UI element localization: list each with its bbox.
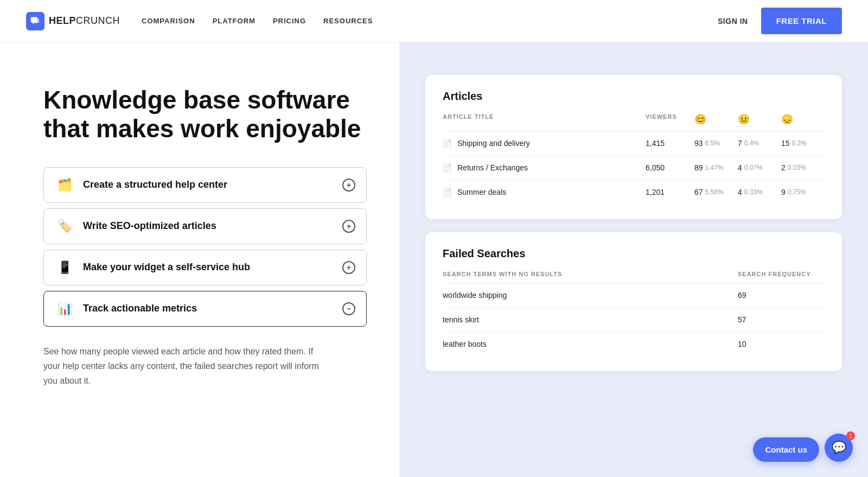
right-panel: Articles ARTICLE TITLE VIEWERS 😊 😐 😞 📄 S… [399,42,868,477]
col-viewers: VIEWERS [646,113,694,125]
col-happy: 😊 [694,113,738,125]
table-row: 📄 Shipping and delivery 1,415 93 6.5% 7 … [443,131,825,156]
article-name: Summer deals [457,188,506,196]
feature-metrics[interactable]: 📊 Track actionable metrics − [43,291,367,327]
happy-rating: 89 1.47% [694,163,738,172]
doc-icon: 📄 [443,188,452,196]
article-cell: 📄 Shipping and delivery [443,139,646,148]
header: HELPCRUNCH COMPARISON PLATFORM PRICING R… [0,0,868,42]
feature-help-center[interactable]: 🗂️ Create a structured help center + [43,167,367,203]
failed-row: worldwide shipping 69 [443,283,825,308]
neutral-rating: 4 0.07% [738,163,781,172]
free-trial-button[interactable]: FREE TRIAL [761,8,842,34]
failed-row: tennis skirt 57 [443,308,825,332]
article-cell: 📄 Summer deals [443,188,646,196]
doc-icon: 📄 [443,163,452,172]
sad-rating: 9 0.75% [781,188,825,196]
feature-widget-toggle[interactable]: + [342,261,355,274]
viewers-count: 1,415 [646,139,694,148]
nav-pricing[interactable]: PRICING [273,17,306,25]
search-frequency: 10 [738,340,825,348]
table-row: 📄 Returns / Exchanges 6,050 89 1.47% 4 0… [443,156,825,180]
search-term: leather boots [443,340,738,348]
nav-comparison[interactable]: COMPARISON [142,17,195,25]
contact-us-button[interactable]: Contact us [753,437,819,462]
seo-articles-icon: 🏷️ [55,217,74,236]
hero-title: Knowledge base software that makes work … [43,86,367,143]
logo-icon [26,12,44,30]
viewers-count: 6,050 [646,163,694,172]
logo[interactable]: HELPCRUNCH [26,12,120,30]
main-content: Knowledge base software that makes work … [0,42,868,477]
help-center-icon: 🗂️ [55,175,74,195]
failed-searches-card: Failed Searches SEARCH TERMS WITH NO RES… [425,232,842,371]
sad-rating: 2 0.03% [781,163,825,172]
table-row: 📄 Summer deals 1,201 67 5.58% 4 0.33% 9 … [443,180,825,204]
col-neutral: 😐 [738,113,781,125]
header-left: HELPCRUNCH COMPARISON PLATFORM PRICING R… [26,12,373,30]
search-frequency: 69 [738,291,825,300]
nav-resources[interactable]: RESOURCES [323,17,373,25]
articles-title: Articles [443,90,825,103]
feature-seo-articles[interactable]: 🏷️ Write SEO-optimized articles + [43,208,367,244]
col-frequency: SEARCH FREQUENCY [738,271,825,277]
feature-left: 📱 Make your widget a self-service hub [55,258,250,277]
search-term: worldwide shipping [443,291,738,300]
failed-searches-header: SEARCH TERMS WITH NO RESULTS SEARCH FREQ… [443,271,825,283]
chat-badge: 1 [846,431,855,440]
search-frequency: 57 [738,315,825,324]
viewers-count: 1,201 [646,188,694,196]
feature-metrics-label: Track actionable metrics [83,303,197,314]
feature-seo-label: Write SEO-optimized articles [83,220,216,232]
metrics-icon: 📊 [55,299,74,319]
article-name: Shipping and delivery [457,139,530,148]
nav-platform[interactable]: PLATFORM [213,17,256,25]
sign-in-link[interactable]: SIGN IN [718,17,748,26]
left-panel: Knowledge base software that makes work … [0,42,399,477]
article-name: Returns / Exchanges [457,163,528,172]
feature-left: 🏷️ Write SEO-optimized articles [55,217,216,236]
feature-list: 🗂️ Create a structured help center + 🏷️ … [43,167,367,327]
svg-rect-0 [31,17,37,22]
search-term: tennis skirt [443,315,738,324]
chat-bubble-icon: 💬 [832,441,846,455]
col-sad: 😞 [781,113,825,125]
sad-rating: 15 0.2% [781,139,825,148]
feature-left: 📊 Track actionable metrics [55,299,197,319]
feature-widget[interactable]: 📱 Make your widget a self-service hub + [43,250,367,285]
col-article-title: ARTICLE TITLE [443,113,646,125]
feature-seo-toggle[interactable]: + [342,220,355,233]
feature-widget-label: Make your widget a self-service hub [83,262,250,273]
feature-description: See how many people viewed each article … [43,344,326,389]
logo-text: HELPCRUNCH [49,15,120,27]
articles-table-header: ARTICLE TITLE VIEWERS 😊 😐 😞 [443,113,825,131]
articles-card: Articles ARTICLE TITLE VIEWERS 😊 😐 😞 📄 S… [425,75,842,219]
header-right: SIGN IN FREE TRIAL [718,8,842,34]
failed-searches-title: Failed Searches [443,247,825,260]
neutral-rating: 4 0.33% [738,188,781,196]
feature-left: 🗂️ Create a structured help center [55,175,227,195]
main-nav: COMPARISON PLATFORM PRICING RESOURCES [142,17,373,25]
chat-bubble-button[interactable]: 💬 1 [825,434,853,462]
col-search-terms: SEARCH TERMS WITH NO RESULTS [443,271,738,277]
feature-help-center-toggle[interactable]: + [342,179,355,192]
feature-metrics-toggle[interactable]: − [342,302,355,315]
neutral-rating: 7 0.4% [738,139,781,148]
widget-icon: 📱 [55,258,74,277]
article-cell: 📄 Returns / Exchanges [443,163,646,172]
happy-rating: 93 6.5% [694,139,738,148]
happy-rating: 67 5.58% [694,188,738,196]
doc-icon: 📄 [443,139,452,148]
feature-help-center-label: Create a structured help center [83,179,227,190]
failed-row: leather boots 10 [443,332,825,356]
